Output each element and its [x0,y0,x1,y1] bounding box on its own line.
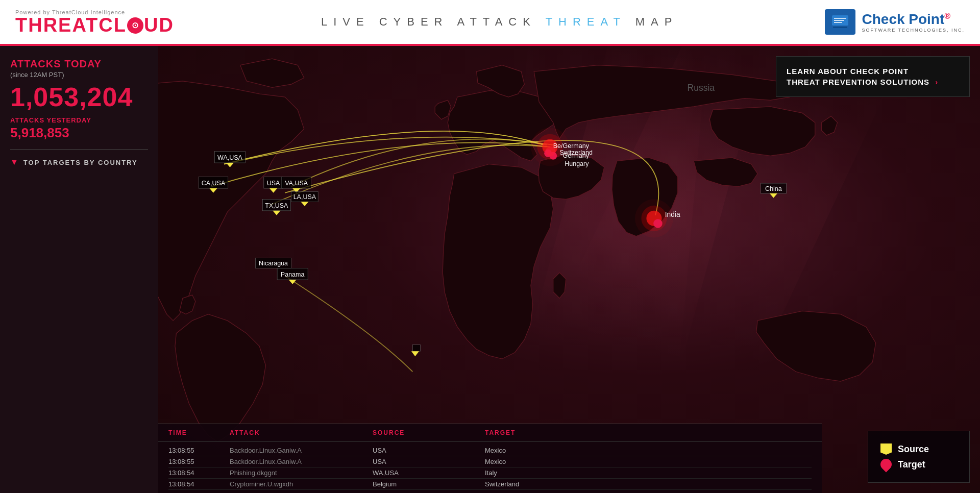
attacks-today-label: ATTACKS TODAY [10,58,148,70]
legend-source: Source [880,443,957,455]
chevron-down-icon: ▼ [10,158,19,167]
svg-text:Russia: Russia [688,83,715,93]
sidebar: ATTACKS TODAY (since 12AM PST) 1,053,204… [0,46,158,493]
attack-log: TIME ATTACK SOURCE TARGET 13:08:55 Backd… [158,424,822,493]
since-label: (since 12AM PST) [10,71,148,79]
svg-text:WA,USA: WA,USA [217,154,243,161]
log-cell-attack: Phishing.dkggnt [230,469,373,477]
log-col-time: TIME [168,429,230,436]
checkpoint-name: Check Point® SOFTWARE TECHNOLOGIES, INC. [862,11,965,33]
log-cell-target: Mexico [485,458,597,465]
svg-point-48 [653,219,663,228]
log-cell-attack: Backdoor.Linux.Ganiw.A [230,458,373,465]
threatcloud-logo: THREATCL ⊙ UD [15,15,174,35]
checkpoint-icon [825,9,855,35]
log-cell-source: USA [373,447,485,454]
legend-target: Target [880,459,957,470]
attacks-count: 1,053,204 [10,82,148,112]
svg-text:India: India [665,211,680,218]
svg-text:LA,USA: LA,USA [293,193,316,201]
log-cell-time: 13:08:54 [168,469,230,477]
svg-text:CA,USA: CA,USA [202,180,226,187]
top-targets-label: TOP TARGETS BY COUNTRY [23,159,138,166]
map-area: WA,USA CA,USA USA VA,USA TX,USA LA,USA [158,46,980,493]
svg-text:VA,USA: VA,USA [285,180,308,187]
learn-about-text: LEARN ABOUT CHECK POINTTHREAT PREVENTION… [787,66,959,87]
log-col-attack: ATTACK [230,429,373,436]
legend-source-label: Source [898,444,929,455]
attacks-yesterday-label: ATTACKS YESTERDAY [10,116,148,124]
top-targets-button[interactable]: ▼ TOP TARGETS BY COUNTRY [10,158,148,167]
svg-text:China: China [765,185,782,192]
svg-rect-4 [833,27,847,28]
log-cell-time: 13:08:55 [168,447,230,454]
svg-rect-38 [412,345,420,352]
attacks-yesterday-count: 5,918,853 [10,125,148,141]
learn-arrow-icon: › [933,78,938,86]
log-cell-attack: Backdoor.Linux.Ganiw.A [230,447,373,454]
divider [10,149,148,150]
header: Powered by ThreatCloud Intelligence THRE… [0,0,980,46]
logo-area: Powered by ThreatCloud Intelligence THRE… [15,9,174,35]
svg-text:⊙: ⊙ [131,21,139,30]
log-cell-time: 13:08:54 [168,480,230,488]
log-col-target: TARGET [485,429,597,436]
table-row: 13:08:55 Backdoor.Linux.Ganiw.A USA Mexi… [168,456,812,467]
table-row: 13:08:54 Cryptominer.U.wgxdh Belgium Swi… [168,479,812,490]
log-cell-time: 13:08:55 [168,458,230,465]
svg-point-46 [546,146,556,156]
checkpoint-logo: Check Point® SOFTWARE TECHNOLOGIES, INC. [825,9,965,35]
learn-about-box[interactable]: LEARN ABOUT CHECK POINTTHREAT PREVENTION… [776,56,970,97]
target-icon [878,456,894,472]
log-cell-target: Switzerland [485,480,597,488]
svg-text:USA: USA [267,180,280,187]
log-col-source: SOURCE [373,429,485,436]
table-row: 13:08:54 Phishing.dkggnt WA,USA Italy [168,467,812,479]
log-rows: 13:08:55 Backdoor.Linux.Ganiw.A USA Mexi… [158,442,822,493]
log-cell-source: Belgium [373,480,485,488]
log-header: TIME ATTACK SOURCE TARGET [158,424,822,442]
svg-text:Panama: Panama [281,271,305,278]
log-cell-attack: Cryptominer.U.wgxdh [230,480,373,488]
legend-target-label: Target [898,459,925,470]
log-cell-target: Italy [485,469,597,477]
svg-text:Nicaragua: Nicaragua [259,260,288,267]
log-cell-source: WA,USA [373,469,485,477]
svg-text:Hungary: Hungary [565,160,589,167]
source-icon [880,443,892,455]
svg-text:TX,USA: TX,USA [265,202,288,209]
log-cell-target: Mexico [485,447,597,454]
log-cell-source: USA [373,458,485,465]
main-content: ATTACKS TODAY (since 12AM PST) 1,053,204… [0,46,980,493]
svg-text:Switzerland: Switzerland [559,149,593,156]
header-title: LIVE CYBER ATTACK THREAT MAP [321,15,678,29]
legend: Source Target [868,431,970,483]
table-row: 13:08:55 Backdoor.Linux.Ganiw.A USA Mexi… [168,445,812,456]
